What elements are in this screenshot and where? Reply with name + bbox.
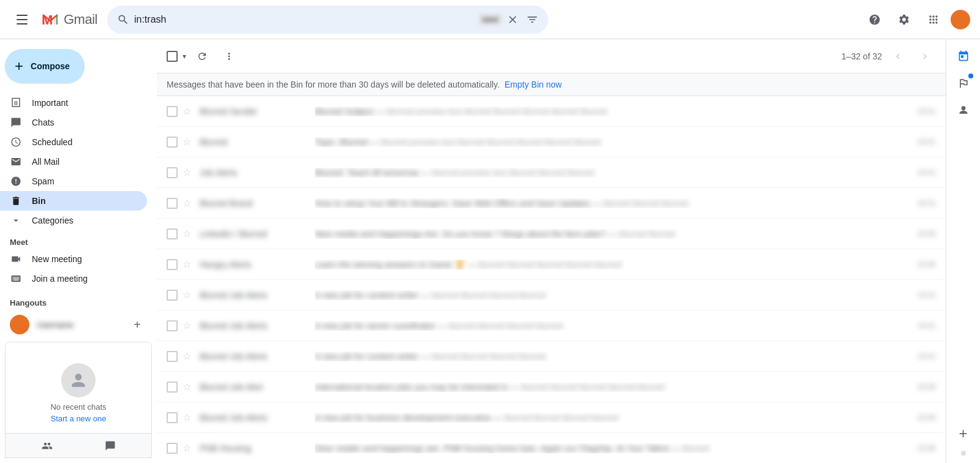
hangouts-user[interactable]: Username + [0,312,157,337]
table-row[interactable]: ☆ PNB Housing Dear reader and happenings… [157,433,946,463]
table-row[interactable]: ☆ Hangry Alerts Learn the winning answer… [157,249,946,280]
hangouts-panel: No recent chats Start a new one [5,342,152,458]
star-icon[interactable]: ☆ [183,442,195,454]
email-subject: Dear reader and happenings are. PNB hous… [315,443,894,453]
star-icon[interactable]: ☆ [183,167,195,179]
row-checkbox[interactable] [167,443,178,454]
star-icon[interactable]: ☆ [183,412,195,424]
compose-label: Compose [31,61,70,71]
settings-button[interactable] [892,7,916,32]
hangouts-chat-body: No recent chats Start a new one [6,342,151,433]
email-subject: Topic: Blurred — blurred preview text bl… [315,137,894,147]
table-row[interactable]: ☆ Blurred Job Alerts A new job for conte… [157,280,946,311]
search-input[interactable] [134,14,474,25]
search-filter-button[interactable] [526,13,538,26]
table-row[interactable]: ☆ Blurred Job Alerts A new job for senio… [157,311,946,341]
search-clear-button[interactable] [507,13,519,26]
empty-bin-button[interactable]: Empty Bin now [505,80,562,89]
row-checkbox[interactable] [167,290,178,301]
refresh-button[interactable] [191,45,213,67]
row-checkbox[interactable] [167,320,178,331]
star-icon[interactable]: ☆ [183,197,195,209]
sidebar-item-bin-label: Bin [32,196,137,206]
table-row[interactable]: ☆ Job Alerts Blurred: Teach till tomorro… [157,157,946,188]
table-row[interactable]: ☆ LinkedIn / Blurred New media and Happe… [157,219,946,249]
sidebar-item-spam-label: Spam [32,176,137,186]
sidebar-item-important[interactable]: Important [0,93,147,113]
sidebar-item-categories[interactable]: Categories [0,211,147,230]
pagination-next-button[interactable] [914,45,936,67]
row-checkbox[interactable] [167,106,178,117]
bin-notice-message: Messages that have been in the Bin for m… [167,80,500,89]
email-time: 20:01 [899,107,936,116]
hangouts-people-button[interactable] [36,435,58,457]
search-bar[interactable]: label [107,6,548,34]
row-checkbox[interactable] [167,198,178,209]
apps-button[interactable] [921,7,946,32]
email-time: 16:01 [899,291,936,299]
user-avatar[interactable] [951,10,970,29]
sender-name: LinkedIn / Blurred [200,229,310,239]
row-checkbox[interactable] [167,137,178,148]
row-checkbox[interactable] [167,167,178,178]
menu-button[interactable] [10,7,34,32]
table-row[interactable]: ☆ Blurred Job Alerts A new job for conte… [157,341,946,372]
hangouts-add-button[interactable]: + [127,315,147,334]
sender-name: Blurred Brand [200,198,310,208]
hangouts-chat-button[interactable] [99,435,121,457]
topbar: M Gmail label [0,0,980,39]
sidebar-item-scheduled[interactable]: Scheduled [0,132,147,152]
row-checkbox[interactable] [167,412,178,423]
start-new-link[interactable]: Start a new one [50,414,106,423]
sidebar-item-bin[interactable]: Bin [0,191,147,211]
sidebar-item-chats[interactable]: Chats [0,113,147,132]
help-button[interactable] [862,7,887,32]
table-row[interactable]: ☆ Blurred Job Alerts A new job for busin… [157,402,946,433]
hangouts-section: Hangouts Username + [0,288,157,342]
pagination-prev-button[interactable] [887,45,909,67]
compose-plus-icon: + [15,58,23,75]
row-checkbox[interactable] [167,382,178,393]
email-toolbar: ▾ 1–32 of 32 [157,39,946,73]
star-icon[interactable]: ☆ [183,258,195,271]
add-apps-button[interactable]: + [951,421,976,446]
checkbox-dropdown-arrow[interactable]: ▾ [183,52,186,61]
select-all-checkbox[interactable] [167,51,178,62]
pagination-info: 1–32 of 32 [842,51,882,61]
bin-icon [10,195,22,207]
email-time: 20:01 [899,138,936,146]
compose-button[interactable]: + Compose [5,49,85,83]
row-checkbox[interactable] [167,259,178,270]
calendar-icon-button[interactable] [951,44,976,69]
star-icon[interactable]: ☆ [183,320,195,332]
email-time: 20:06 [899,230,936,238]
star-icon[interactable]: ☆ [183,350,195,363]
all-mail-icon [10,156,22,168]
contacts-icon-button[interactable] [951,98,976,122]
row-checkbox[interactable] [167,228,178,239]
sidebar-item-important-label: Important [32,98,137,108]
row-checkbox[interactable] [167,351,178,362]
svg-text:M: M [42,12,53,28]
new-meeting-item[interactable]: New meeting [0,249,147,269]
sender-name: Blurred Job Alerts [200,352,310,361]
email-subject: A new job for content writer — blurred b… [315,352,894,361]
star-icon[interactable]: ☆ [183,136,195,148]
star-icon[interactable]: ☆ [183,381,195,393]
tasks-icon-button[interactable] [951,71,976,96]
more-options-button[interactable] [218,45,240,67]
new-meeting-label: New meeting [32,254,82,264]
table-row[interactable]: ☆ Blurred Sender Blurred Subject — blurr… [157,96,946,127]
table-row[interactable]: ☆ Blurred Topic: Blurred — blurred previ… [157,127,946,157]
table-row[interactable]: ☆ Blurred Job Alert International locati… [157,372,946,402]
join-meeting-item[interactable]: Join a meeting [0,269,147,288]
star-icon[interactable]: ☆ [183,105,195,118]
star-icon[interactable]: ☆ [183,228,195,240]
email-list: ☆ Blurred Sender Blurred Subject — blurr… [157,96,946,463]
table-row[interactable]: ☆ Blurred Brand How to setup Your Bill t… [157,188,946,219]
sender-name: Blurred Sender [200,107,310,116]
sidebar-item-spam[interactable]: Spam [0,171,147,191]
email-subject: How to setup Your Bill to Strangers: Sav… [315,198,894,208]
sidebar-item-all-mail[interactable]: All Mail [0,152,147,171]
star-icon[interactable]: ☆ [183,289,195,301]
